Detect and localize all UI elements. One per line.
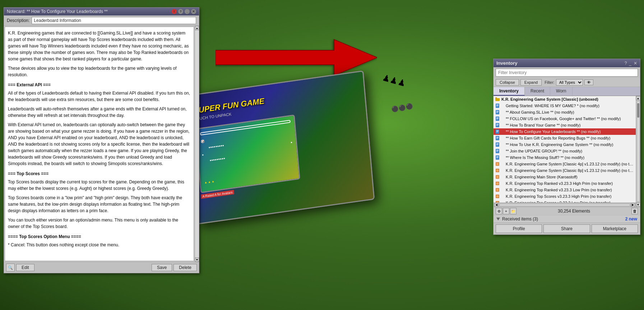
visibility-button[interactable]: 👁 [584, 79, 593, 85]
inventory-toolbar: Collapse Expand Filter: All Types 👁 [494, 78, 640, 87]
notecard-help-icon[interactable]: ? [178, 9, 183, 14]
tab-recent[interactable]: Recent [525, 87, 550, 96]
collapse-button[interactable]: Collapse [496, 79, 519, 86]
inventory-list-item-2[interactable]: ** About Gaming.SL.Live ** (no modify) [494, 109, 636, 115]
notecard-scroll-down[interactable]: ▼ [195, 257, 199, 262]
inventory-list-item-3[interactable]: ** FOLLOW US on Facebook, Google+ and Tw… [494, 115, 636, 122]
item-icon-5 [495, 129, 500, 134]
gear-button[interactable]: ⚙ [496, 208, 502, 214]
item-icon-10 [495, 161, 500, 167]
item-icon-13 [495, 181, 500, 186]
item-icon-11 [495, 168, 500, 173]
inventory-list-item-13[interactable]: K.R. Engineering Top Ranked v3.23.3 High… [494, 180, 636, 187]
vscroll-thumb[interactable] [637, 103, 639, 118]
content-header-3: ==== Top Scores Option Menu ==== [8, 233, 191, 240]
received-new-count: 2 new [625, 216, 637, 222]
inventory-list-item-10[interactable]: K.R. Engineering Game System [Classic 4p… [494, 161, 636, 167]
expand-button[interactable]: Expand [520, 79, 542, 86]
inventory-list-item-9[interactable]: ** Where Is The Missing Stuff? ** (no mo… [494, 154, 636, 161]
plus-icon: + [505, 209, 507, 213]
content-para-3: All of the types of Leaderboards default… [8, 90, 191, 103]
inventory-list-item-1[interactable]: Getting Started: WHERE IS MY GAME? * (no… [494, 102, 636, 109]
folder-button[interactable]: 📁 [510, 208, 516, 214]
filter-type-select[interactable]: All Types [556, 79, 583, 86]
item-icon-4 [495, 123, 500, 128]
content-para-8: You can touch either version for an opti… [8, 217, 191, 230]
inventory-list-item-4[interactable]: ** How To Brand Your Game ** (no modify) [494, 122, 636, 128]
tab-inventory[interactable]: Inventory [494, 87, 525, 96]
item-label-13: K.R. Engineering Top Ranked v3.23.3 High… [506, 181, 613, 186]
notecard-scroll-up[interactable]: ▲ [195, 26, 199, 30]
inventory-status-row: ⚙ + 📁 30,254 Elements 🗑 [494, 207, 640, 215]
item-label-9: ** Where Is The Missing Stuff? ** (no mo… [506, 155, 584, 160]
notecard-save-button[interactable]: Save [152, 264, 172, 271]
trash-button[interactable]: 🗑 [631, 208, 638, 214]
svg-rect-46 [496, 182, 499, 184]
profile-button[interactable]: Profile [496, 224, 542, 233]
inventory-list-item-15[interactable]: K.R. Engineering Top Scores v3.23.3 High… [494, 193, 636, 200]
inventory-list-item-5[interactable]: ** How To Configure Your Leaderboards **… [494, 128, 636, 135]
inventory-close-icon[interactable]: ✕ [634, 61, 637, 66]
inventory-list-item-8[interactable]: ** Join the UPDATE GROUP! ** (no modify) [494, 148, 636, 154]
inventory-bottom-buttons: Profile Share Marketplace [494, 223, 640, 234]
notecard-edit-button[interactable]: Edit [16, 264, 34, 271]
share-button[interactable]: Share [543, 224, 590, 233]
inventory-vscrollbar[interactable]: ▲ ▼ [636, 96, 640, 207]
hscroll-track[interactable] [499, 204, 630, 206]
notecard-scrollbar[interactable]: ▲ ▼ [195, 26, 199, 262]
inventory-list-item-0[interactable]: K.R. Engineering Game System [Classic] (… [494, 96, 636, 102]
svg-rect-19 [496, 129, 499, 134]
item-label-5: ** How To Configure Your Leaderboards **… [506, 129, 601, 134]
svg-rect-23 [496, 136, 499, 140]
item-label-4: ** How To Brand Your Game ** (no modify) [506, 123, 580, 127]
game-scene: THE SUPER FUN GAME TOUCH TO UNPACK 🎲 ●●●… [190, 83, 392, 234]
svg-marker-2 [495, 97, 497, 98]
hscroll-left-button[interactable]: ◀ [494, 203, 499, 207]
add-button[interactable]: + [503, 208, 509, 214]
notecard-minimize-icon[interactable]: _ [185, 9, 190, 14]
received-items-row[interactable]: Received items (3) 2 new [494, 215, 640, 223]
notecard-delete-button[interactable]: Delete [173, 264, 197, 271]
item-label-2: ** About Gaming.SL.Live ** (no modify) [506, 110, 574, 114]
svg-marker-0 [216, 40, 377, 76]
marketplace-button[interactable]: Marketplace [592, 224, 638, 233]
trash-icon: 🗑 [633, 209, 637, 213]
inventory-minimize-icon[interactable]: _ [629, 61, 631, 66]
inventory-tabs: Inventory Recent Worn [494, 87, 640, 96]
inventory-list[interactable]: K.R. Engineering Game System [Classic] (… [494, 96, 636, 202]
tab-worn[interactable]: Worn [550, 87, 572, 96]
vscroll-track[interactable] [637, 101, 640, 202]
notecard-content-area: K.R. Engineering games that are connecte… [4, 26, 199, 262]
item-label-1: Getting Started: WHERE IS MY GAME? * (no… [506, 104, 599, 108]
notecard-close-icon[interactable]: ✕ [191, 9, 196, 14]
inventory-list-container: K.R. Engineering Game System [Classic] (… [494, 96, 636, 207]
svg-rect-11 [496, 117, 499, 121]
notecard-content[interactable]: K.R. Engineering games that are connecte… [5, 27, 194, 261]
inventory-hscrollbar[interactable]: ◀ ▶ [494, 202, 636, 207]
item-icon-3 [495, 116, 500, 121]
inventory-list-item-6[interactable]: ** How To Earn Gift Cards for Reporting … [494, 135, 636, 141]
item-label-8: ** Join the UPDATE GROUP! ** (no modify) [506, 149, 582, 153]
vscroll-down-button[interactable]: ▼ [636, 202, 640, 207]
vscroll-up-button[interactable]: ▲ [636, 96, 640, 100]
notecard-alert-icon[interactable]: ! [172, 9, 177, 14]
inventory-help-icon[interactable]: ? [625, 61, 627, 66]
hscroll-right-button[interactable]: ▶ [631, 203, 635, 207]
inventory-list-item-7[interactable]: ** How To Use K.R. Engineering Game Syst… [494, 141, 636, 148]
inventory-list-item-16[interactable]: K.R. Engineering Top Scores v3.23.3 Low … [494, 200, 636, 202]
content-para-4: Leaderboards will auto-refresh themselve… [8, 106, 191, 119]
description-input[interactable]: Leaderboard Information [32, 17, 196, 24]
eye-icon: 👁 [587, 80, 591, 85]
search-icon: 🔍 [8, 265, 13, 270]
item-label-12: K.R. Engineering Main Store (Karoastoff) [506, 175, 578, 179]
inventory-list-item-11[interactable]: K.R. Engineering Game System [Classic 8p… [494, 167, 636, 174]
inventory-filter-input[interactable] [496, 69, 638, 77]
inventory-titlebar-icons: ? _ ✕ [625, 61, 637, 66]
notecard-title: Notecard: ** How To Configure Your Leade… [7, 9, 108, 14]
inventory-list-item-14[interactable]: K.R. Engineering Top Ranked v3.23.3 Low … [494, 187, 636, 193]
inventory-status-icons: ⚙ + 📁 [496, 208, 516, 214]
svg-rect-7 [496, 110, 499, 114]
notecard-scroll-track[interactable] [195, 30, 199, 257]
notecard-search-button[interactable]: 🔍 [6, 264, 15, 272]
inventory-list-item-12[interactable]: K.R. Engineering Main Store (Karoastoff) [494, 174, 636, 180]
